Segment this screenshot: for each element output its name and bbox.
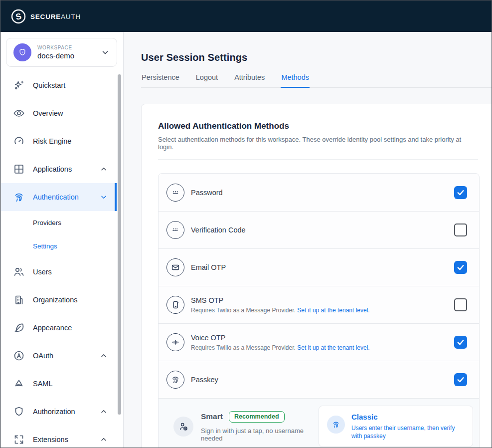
tenant-setup-link[interactable]: Set it up at the tenant level. [297, 307, 369, 314]
tab-bar: Persistence Logout Attributes Methods [141, 73, 492, 88]
sidebar-item-authorization[interactable]: Authorization [1, 398, 117, 426]
sidebar-item-label: OAuth [33, 352, 100, 360]
recommended-badge: Recommended [229, 411, 285, 423]
classic-option-title: Classic [351, 413, 467, 421]
chevron-down-icon [101, 48, 110, 57]
chevron-up-icon [100, 436, 108, 444]
fingerprint-icon [13, 191, 25, 203]
email-icon [166, 258, 184, 276]
smart-option-description: Sign in with just a tap, no username nee… [201, 427, 319, 442]
note-text: Requires Twilio as a Message Provider. [191, 344, 296, 351]
tab-persistence[interactable]: Persistence [141, 73, 180, 87]
grid-icon [13, 163, 25, 175]
sidebar-item-users[interactable]: Users [1, 258, 117, 286]
method-row-verification-code: Verification Code [159, 211, 479, 248]
method-name: Voice OTP [191, 334, 370, 342]
card-description: Select authentication methods for this w… [158, 136, 478, 151]
sidebar-item-label: Extensions [33, 436, 100, 444]
sidebar-item-label: SAML [33, 380, 108, 388]
sidebar-item-oauth[interactable]: OAuth [1, 342, 117, 370]
main-content: User Session Settings Persistence Logout… [124, 32, 492, 448]
classic-option-description: Users enter their username, then verify … [351, 424, 467, 440]
brand-bold: SECURE [30, 13, 61, 20]
top-bar: S SECUREAUTH [0, 0, 492, 32]
sidebar-item-saml[interactable]: SAML [1, 370, 117, 398]
method-row-passkey: Passkey [159, 361, 479, 398]
shield-icon [13, 406, 25, 418]
sidebar-item-extensions[interactable]: Extensions [1, 426, 117, 448]
verification-code-icon [166, 221, 184, 239]
brand-text: SECUREAUTH [30, 13, 81, 20]
method-note: Requires Twilio as a Message Provider. S… [191, 307, 370, 314]
sidebar-item-risk-engine[interactable]: Risk Engine [1, 127, 117, 155]
method-row-sms-otp: SMS OTP Requires Twilio as a Message Pro… [159, 286, 479, 323]
card-title: Allowed Authentication Methods [158, 121, 478, 131]
sidebar-item-label: Organizations [33, 296, 108, 304]
tab-methods[interactable]: Methods [281, 73, 310, 87]
sidebar-item-authentication[interactable]: Authentication [1, 183, 117, 211]
sidebar-item-appearance[interactable]: Appearance [1, 314, 117, 342]
saml-icon [13, 378, 25, 390]
gauge-icon [13, 135, 25, 147]
tenant-setup-link[interactable]: Set it up at the tenant level. [297, 344, 369, 351]
methods-list: Password Verification Code [158, 173, 480, 448]
method-name: Passkey [191, 376, 218, 384]
method-note: Requires Twilio as a Message Provider. S… [191, 344, 370, 351]
sidebar-item-label: Applications [33, 165, 100, 173]
brand[interactable]: S SECUREAUTH [11, 9, 81, 24]
method-name: SMS OTP [191, 296, 370, 304]
sidebar-item-organizations[interactable]: Organizations [1, 286, 117, 314]
method-row-voice-otp: Voice OTP Requires Twilio as a Message P… [159, 323, 479, 361]
chevron-up-icon [100, 352, 108, 360]
workspace-shield-icon [18, 48, 27, 57]
users-icon [13, 266, 25, 278]
chevron-down-icon [100, 193, 108, 201]
sidebar-item-label: Appearance [33, 324, 108, 332]
sidebar-item-overview[interactable]: Overview [1, 99, 117, 127]
sidebar-item-label: Overview [33, 109, 108, 117]
tab-attributes[interactable]: Attributes [234, 73, 265, 87]
verification-code-checkbox[interactable] [454, 224, 467, 236]
sidebar-scrollbar[interactable] [118, 74, 121, 415]
passkey-smart-option[interactable]: Smart Recommended Sign in with just a ta… [173, 411, 319, 442]
voice-otp-checkbox[interactable] [454, 336, 467, 349]
phone-icon [166, 296, 184, 314]
sidebar-item-label: Quickstart [33, 81, 108, 89]
sidebar-item-applications[interactable]: Applications [1, 155, 117, 183]
app-window: S SECUREAUTH WORKSPACE docs-demo [0, 0, 492, 448]
sidebar-item-label: Authorization [33, 408, 100, 416]
workspace-avatar [13, 43, 31, 61]
note-text: Requires Twilio as a Message Provider. [191, 307, 296, 314]
sidebar-subitem-settings[interactable]: Settings [1, 234, 117, 258]
sidebar-item-quickstart[interactable]: Quickstart [1, 71, 117, 99]
sidebar-item-label: Authentication [33, 193, 100, 201]
sidebar-nav: Quickstart Overview [1, 67, 123, 448]
workspace-name: docs-demo [37, 51, 95, 60]
divider [158, 159, 478, 160]
brand-light: AUTH [61, 13, 81, 20]
methods-card: Allowed Authentication Methods Select au… [141, 104, 492, 448]
passkey-classic-option[interactable]: Classic Users enter their username, then… [319, 406, 473, 447]
tab-logout[interactable]: Logout [195, 73, 218, 87]
workspace-selector[interactable]: WORKSPACE docs-demo [6, 38, 117, 67]
sidebar-subitem-providers[interactable]: Providers [1, 211, 117, 234]
sidebar: WORKSPACE docs-demo Quickstart [0, 32, 124, 448]
secureauth-logo-icon: S [11, 9, 26, 24]
passkey-checkbox[interactable] [454, 373, 467, 386]
smart-option-title: Smart [201, 412, 223, 421]
password-checkbox[interactable] [454, 186, 467, 199]
method-name: Password [191, 189, 223, 197]
sparkle-icon [13, 79, 25, 91]
eye-icon [13, 107, 25, 119]
waveform-icon [166, 333, 184, 351]
svg-text:S: S [15, 11, 22, 22]
classic-fingerprint-icon [327, 416, 345, 434]
workspace-label: WORKSPACE [37, 45, 95, 50]
building-icon [13, 294, 25, 306]
email-otp-checkbox[interactable] [454, 261, 467, 274]
expand-icon [13, 434, 25, 446]
method-name: Email OTP [191, 263, 226, 271]
page-title: User Session Settings [141, 52, 492, 63]
chevron-up-icon [100, 408, 108, 416]
sms-otp-checkbox[interactable] [454, 298, 467, 311]
